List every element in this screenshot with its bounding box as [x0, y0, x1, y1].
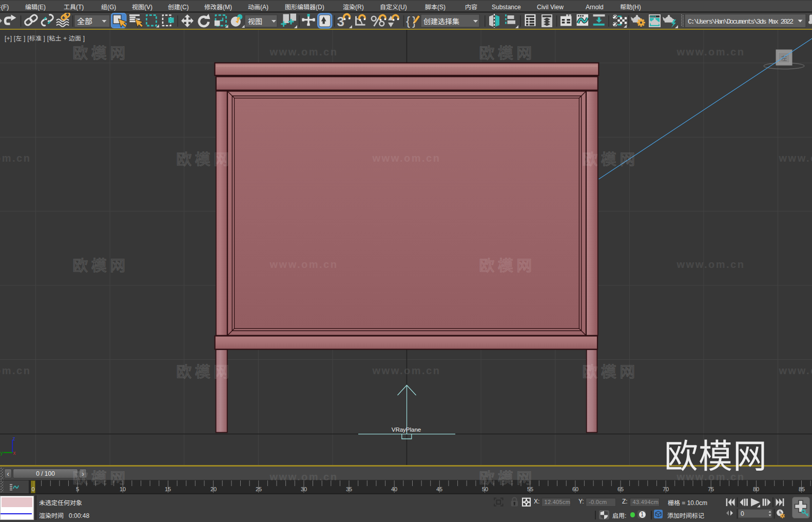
svg-text:0: 0: [741, 510, 744, 517]
svg-text:{: {: [406, 14, 410, 28]
svg-text:z: z: [13, 436, 15, 441]
svg-text:VRayPlane: VRayPlane: [392, 427, 421, 433]
svg-text:创建选择集: 创建选择集: [423, 16, 459, 26]
svg-text:全部: 全部: [77, 15, 92, 26]
svg-text:C:\Users\Han\Documents\3ds Max: C:\Users\Han\Documents\3ds Max 2022: [688, 18, 794, 26]
svg-text:左: 左: [781, 53, 787, 62]
svg-text:x: x: [13, 450, 16, 456]
svg-text:视图: 视图: [248, 16, 262, 26]
svg-text:y: y: [1, 450, 3, 456]
